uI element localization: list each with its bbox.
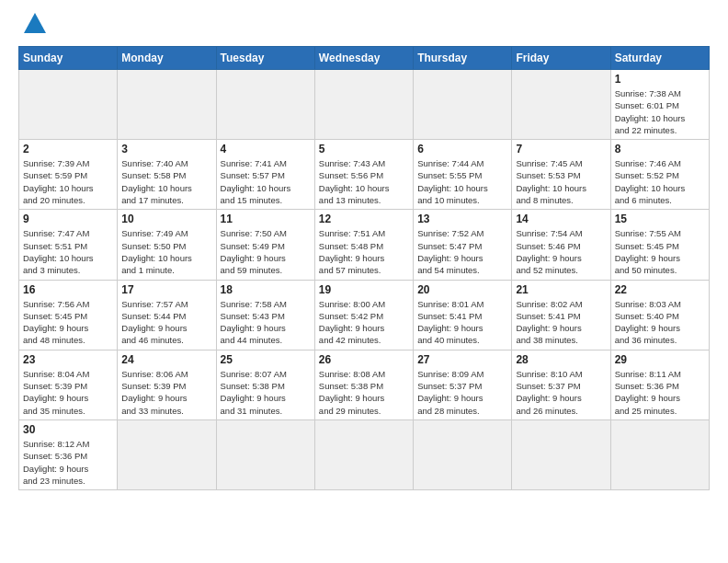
day-number: 15: [615, 213, 705, 225]
weekday-header-sunday: Sunday: [19, 47, 118, 70]
day-number: 27: [417, 353, 507, 366]
day-info: Sunrise: 7:58 AMSunset: 5:43 PMDaylight:…: [221, 298, 311, 347]
day-number: 19: [319, 283, 409, 296]
day-number: 24: [121, 353, 211, 366]
day-number: 30: [23, 423, 113, 436]
day-number: 20: [417, 283, 507, 296]
day-number: 17: [121, 283, 211, 296]
calendar-cell: [118, 419, 216, 489]
svg-marker-0: [24, 13, 46, 33]
header: [18, 15, 710, 37]
day-number: 13: [417, 213, 507, 225]
day-number: 2: [23, 143, 113, 155]
calendar-cell: 15Sunrise: 7:55 AMSunset: 5:45 PMDayligh…: [610, 210, 709, 280]
calendar-cell: 25Sunrise: 8:07 AMSunset: 5:38 PMDayligh…: [216, 350, 314, 419]
day-info: Sunrise: 7:56 AMSunset: 5:45 PMDaylight:…: [23, 298, 113, 347]
weekday-header-saturday: Saturday: [610, 47, 709, 70]
day-info: Sunrise: 7:38 AMSunset: 6:01 PMDaylight:…: [615, 87, 705, 136]
weekday-header-row: SundayMondayTuesdayWednesdayThursdayFrid…: [19, 47, 710, 70]
day-number: 22: [615, 283, 705, 296]
day-info: Sunrise: 7:51 AMSunset: 5:48 PMDaylight:…: [319, 227, 409, 276]
page: SundayMondayTuesdayWednesdayThursdayFrid…: [0, 0, 728, 563]
weekday-header-tuesday: Tuesday: [216, 47, 314, 70]
day-info: Sunrise: 7:50 AMSunset: 5:49 PMDaylight:…: [221, 227, 311, 276]
day-number: 14: [516, 213, 606, 225]
day-number: 4: [221, 143, 311, 155]
day-info: Sunrise: 7:40 AMSunset: 5:58 PMDaylight:…: [121, 157, 211, 206]
calendar-cell: [512, 70, 610, 140]
day-number: 29: [615, 353, 705, 366]
day-number: 11: [221, 213, 311, 225]
calendar-cell: [512, 419, 610, 489]
calendar-cell: 29Sunrise: 8:11 AMSunset: 5:36 PMDayligh…: [610, 350, 709, 419]
day-info: Sunrise: 8:12 AMSunset: 5:36 PMDaylight:…: [23, 438, 113, 487]
day-number: 10: [121, 213, 211, 225]
day-info: Sunrise: 7:55 AMSunset: 5:45 PMDaylight:…: [615, 227, 705, 276]
day-number: 18: [221, 283, 311, 296]
calendar-cell: 28Sunrise: 8:10 AMSunset: 5:37 PMDayligh…: [512, 350, 610, 419]
calendar-cell: 10Sunrise: 7:49 AMSunset: 5:50 PMDayligh…: [118, 210, 216, 280]
day-info: Sunrise: 8:09 AMSunset: 5:37 PMDaylight:…: [417, 368, 507, 417]
day-info: Sunrise: 7:57 AMSunset: 5:44 PMDaylight:…: [121, 298, 211, 347]
day-info: Sunrise: 8:08 AMSunset: 5:38 PMDaylight:…: [319, 368, 409, 417]
week-row-6: 30Sunrise: 8:12 AMSunset: 5:36 PMDayligh…: [19, 419, 710, 489]
calendar-cell: [314, 419, 413, 489]
day-number: 12: [319, 213, 409, 225]
day-number: 5: [319, 143, 409, 155]
calendar-cell: 4Sunrise: 7:41 AMSunset: 5:57 PMDaylight…: [216, 140, 314, 210]
day-info: Sunrise: 7:46 AMSunset: 5:52 PMDaylight:…: [615, 157, 705, 206]
calendar-cell: 21Sunrise: 8:02 AMSunset: 5:41 PMDayligh…: [512, 280, 610, 350]
day-number: 16: [23, 283, 113, 296]
day-info: Sunrise: 8:11 AMSunset: 5:36 PMDaylight:…: [615, 368, 705, 417]
day-info: Sunrise: 7:47 AMSunset: 5:51 PMDaylight:…: [23, 227, 113, 276]
weekday-header-monday: Monday: [118, 47, 216, 70]
day-info: Sunrise: 7:41 AMSunset: 5:57 PMDaylight:…: [221, 157, 311, 206]
calendar: SundayMondayTuesdayWednesdayThursdayFrid…: [18, 46, 710, 490]
calendar-cell: [19, 70, 118, 140]
day-number: 28: [516, 353, 606, 366]
day-info: Sunrise: 8:10 AMSunset: 5:37 PMDaylight:…: [516, 368, 606, 417]
calendar-cell: [216, 70, 314, 140]
calendar-cell: 11Sunrise: 7:50 AMSunset: 5:49 PMDayligh…: [216, 210, 314, 280]
calendar-cell: [610, 419, 709, 489]
day-info: Sunrise: 8:02 AMSunset: 5:41 PMDaylight:…: [516, 298, 606, 347]
logo: [18, 15, 48, 37]
day-info: Sunrise: 7:45 AMSunset: 5:53 PMDaylight:…: [516, 157, 606, 206]
day-info: Sunrise: 8:06 AMSunset: 5:39 PMDaylight:…: [121, 368, 211, 417]
logo-icon: [22, 11, 48, 37]
calendar-cell: 18Sunrise: 7:58 AMSunset: 5:43 PMDayligh…: [216, 280, 314, 350]
calendar-cell: 9Sunrise: 7:47 AMSunset: 5:51 PMDaylight…: [19, 210, 118, 280]
calendar-cell: 1Sunrise: 7:38 AMSunset: 6:01 PMDaylight…: [610, 70, 709, 140]
calendar-cell: 23Sunrise: 8:04 AMSunset: 5:39 PMDayligh…: [19, 350, 118, 419]
day-info: Sunrise: 7:39 AMSunset: 5:59 PMDaylight:…: [23, 157, 113, 206]
calendar-cell: 19Sunrise: 8:00 AMSunset: 5:42 PMDayligh…: [314, 280, 413, 350]
day-number: 8: [615, 143, 705, 155]
calendar-cell: 30Sunrise: 8:12 AMSunset: 5:36 PMDayligh…: [19, 419, 118, 489]
day-number: 9: [23, 213, 113, 225]
calendar-cell: 7Sunrise: 7:45 AMSunset: 5:53 PMDaylight…: [512, 140, 610, 210]
calendar-cell: 6Sunrise: 7:44 AMSunset: 5:55 PMDaylight…: [414, 140, 512, 210]
week-row-2: 2Sunrise: 7:39 AMSunset: 5:59 PMDaylight…: [19, 140, 710, 210]
day-info: Sunrise: 8:07 AMSunset: 5:38 PMDaylight:…: [221, 368, 311, 417]
day-number: 7: [516, 143, 606, 155]
calendar-cell: [216, 419, 314, 489]
calendar-cell: [118, 70, 216, 140]
weekday-header-thursday: Thursday: [414, 47, 512, 70]
day-number: 26: [319, 353, 409, 366]
day-info: Sunrise: 7:49 AMSunset: 5:50 PMDaylight:…: [121, 227, 211, 276]
calendar-cell: 17Sunrise: 7:57 AMSunset: 5:44 PMDayligh…: [118, 280, 216, 350]
day-info: Sunrise: 7:54 AMSunset: 5:46 PMDaylight:…: [516, 227, 606, 276]
day-info: Sunrise: 8:03 AMSunset: 5:40 PMDaylight:…: [615, 298, 705, 347]
day-info: Sunrise: 8:01 AMSunset: 5:41 PMDaylight:…: [417, 298, 507, 347]
calendar-cell: 26Sunrise: 8:08 AMSunset: 5:38 PMDayligh…: [314, 350, 413, 419]
day-info: Sunrise: 7:44 AMSunset: 5:55 PMDaylight:…: [417, 157, 507, 206]
day-number: 1: [615, 73, 705, 86]
calendar-cell: 13Sunrise: 7:52 AMSunset: 5:47 PMDayligh…: [414, 210, 512, 280]
weekday-header-friday: Friday: [512, 47, 610, 70]
calendar-cell: [314, 70, 413, 140]
calendar-cell: 24Sunrise: 8:06 AMSunset: 5:39 PMDayligh…: [118, 350, 216, 419]
day-number: 3: [121, 143, 211, 155]
week-row-3: 9Sunrise: 7:47 AMSunset: 5:51 PMDaylight…: [19, 210, 710, 280]
day-number: 25: [221, 353, 311, 366]
day-number: 6: [417, 143, 507, 155]
